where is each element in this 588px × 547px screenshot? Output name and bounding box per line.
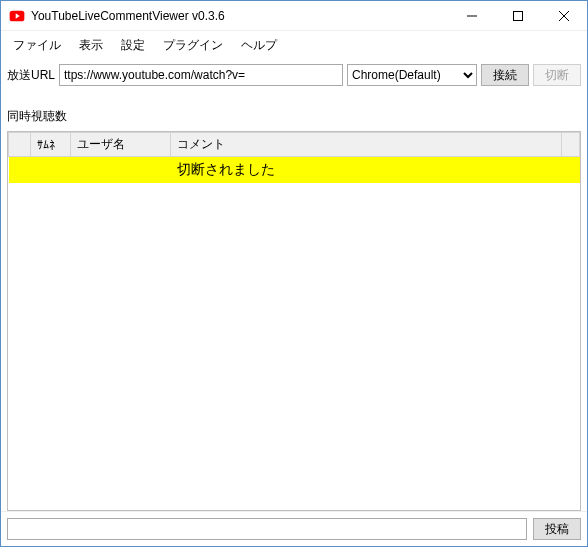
status-area: 同時視聴数: [1, 90, 587, 127]
viewers-label: 同時視聴数: [7, 109, 67, 123]
cell-thumb: [31, 157, 71, 184]
titlebar: YouTubeLiveCommentViewer v0.3.6: [1, 1, 587, 31]
url-row: 放送URL Chrome(Default) 接続 切断: [1, 60, 587, 90]
minimize-button[interactable]: [449, 1, 495, 31]
post-input[interactable]: [7, 518, 527, 540]
table-header-row: ｻﾑﾈ ユーザ名 コメント: [9, 133, 580, 157]
table-row[interactable]: 切断されました: [9, 157, 580, 184]
comment-table: ｻﾑﾈ ユーザ名 コメント 切断されました: [8, 132, 580, 183]
window-title: YouTubeLiveCommentViewer v0.3.6: [31, 9, 225, 23]
menu-help[interactable]: ヘルプ: [233, 34, 285, 57]
disconnect-button[interactable]: 切断: [533, 64, 581, 86]
maximize-button[interactable]: [495, 1, 541, 31]
menu-file[interactable]: ファイル: [5, 34, 69, 57]
footer: 投稿: [1, 511, 587, 546]
close-button[interactable]: [541, 1, 587, 31]
comment-table-wrap[interactable]: ｻﾑﾈ ユーザ名 コメント 切断されました: [7, 131, 581, 511]
col-header-scroll: [562, 133, 580, 157]
post-button[interactable]: 投稿: [533, 518, 581, 540]
menu-plugin[interactable]: プラグイン: [155, 34, 231, 57]
cell-comment: 切断されました: [171, 157, 562, 184]
svg-rect-3: [514, 11, 523, 20]
menubar: ファイル 表示 設定 プラグイン ヘルプ: [1, 31, 587, 60]
browser-select[interactable]: Chrome(Default): [347, 64, 477, 86]
menu-settings[interactable]: 設定: [113, 34, 153, 57]
youtube-icon: [9, 8, 25, 24]
menu-view[interactable]: 表示: [71, 34, 111, 57]
col-header-user[interactable]: ユーザ名: [71, 133, 171, 157]
connect-button[interactable]: 接続: [481, 64, 529, 86]
col-header-comment[interactable]: コメント: [171, 133, 562, 157]
url-label: 放送URL: [7, 67, 55, 84]
cell-pad: [562, 157, 580, 184]
cell-check: [9, 157, 31, 184]
col-header-thumb[interactable]: ｻﾑﾈ: [31, 133, 71, 157]
col-header-check[interactable]: [9, 133, 31, 157]
cell-user: [71, 157, 171, 184]
url-input[interactable]: [59, 64, 343, 86]
